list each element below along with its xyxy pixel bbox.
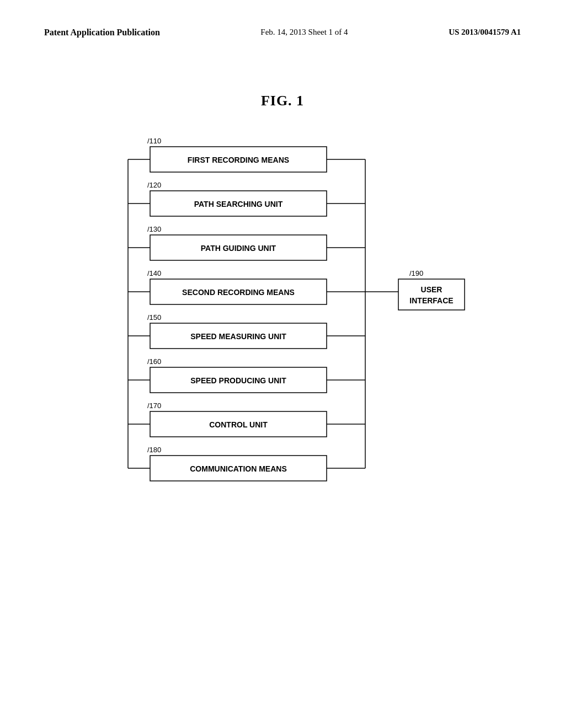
box-190	[398, 279, 465, 310]
text-150: SPEED MEASURING UNIT	[190, 332, 286, 341]
label-130: /130	[147, 225, 161, 233]
figure-title: FIG. 1	[0, 93, 565, 109]
diagram-svg: .block-text { font-family: 'Arial', sans…	[89, 131, 476, 550]
label-190: /190	[409, 269, 423, 277]
text-130: PATH GUIDING UNIT	[201, 244, 276, 253]
text-160: SPEED PRODUCING UNIT	[190, 376, 286, 385]
patent-number-label: US 2013/0041579 A1	[449, 28, 521, 37]
header: Patent Application Publication Feb. 14, …	[0, 0, 565, 49]
label-120: /120	[147, 181, 161, 189]
text-170: CONTROL UNIT	[209, 420, 268, 429]
text-190-line1: USER	[421, 285, 443, 294]
label-140: /140	[147, 269, 161, 277]
publication-label: Patent Application Publication	[44, 28, 160, 38]
label-110: /110	[147, 137, 161, 145]
label-170: /170	[147, 402, 161, 410]
text-190-line2: INTERFACE	[409, 296, 453, 305]
text-180: COMMUNICATION MEANS	[190, 464, 287, 473]
diagram-wrapper: .block-text { font-family: 'Arial', sans…	[0, 131, 565, 550]
label-180: /180	[147, 446, 161, 454]
page: Patent Application Publication Feb. 14, …	[0, 0, 565, 728]
text-120: PATH SEARCHING UNIT	[194, 200, 283, 208]
text-140: SECOND RECORDING MEANS	[182, 288, 295, 297]
text-110: FIRST RECORDING MEANS	[188, 156, 289, 164]
label-150: /150	[147, 313, 161, 322]
date-sheet-label: Feb. 14, 2013 Sheet 1 of 4	[260, 28, 348, 37]
label-160: /160	[147, 357, 161, 366]
